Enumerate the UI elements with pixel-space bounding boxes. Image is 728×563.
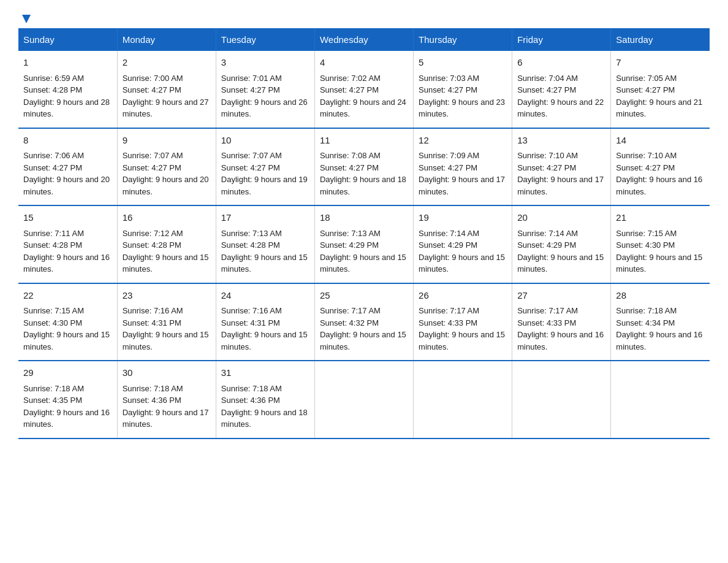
day-number: 7 [616, 56, 705, 70]
day-info: Sunrise: 7:01 AM Sunset: 4:27 PM Dayligh… [221, 72, 309, 120]
day-info: Sunrise: 7:18 AM Sunset: 4:36 PM Dayligh… [123, 383, 211, 431]
logo [18, 12, 33, 22]
day-info: Sunrise: 7:13 AM Sunset: 4:29 PM Dayligh… [320, 228, 408, 275]
calendar-header-cell: Tuesday [216, 28, 314, 51]
day-info: Sunrise: 7:08 AM Sunset: 4:27 PM Dayligh… [320, 150, 408, 197]
calendar-day-cell: 14 Sunrise: 7:10 AM Sunset: 4:27 PM Dayl… [611, 128, 710, 206]
calendar-day-cell: 3 Sunrise: 7:01 AM Sunset: 4:27 PM Dayli… [216, 51, 314, 128]
day-info: Sunrise: 7:12 AM Sunset: 4:28 PM Dayligh… [123, 228, 211, 275]
day-number: 13 [517, 134, 605, 148]
day-info: Sunrise: 7:18 AM Sunset: 4:34 PM Dayligh… [616, 305, 705, 353]
day-info: Sunrise: 7:18 AM Sunset: 4:36 PM Dayligh… [221, 383, 309, 431]
calendar-day-cell: 10 Sunrise: 7:07 AM Sunset: 4:27 PM Dayl… [216, 128, 314, 206]
page-header [18, 12, 710, 22]
calendar-day-cell: 23 Sunrise: 7:16 AM Sunset: 4:31 PM Dayl… [117, 283, 216, 361]
calendar-day-cell: 27 Sunrise: 7:17 AM Sunset: 4:33 PM Dayl… [512, 283, 611, 361]
day-info: Sunrise: 6:59 AM Sunset: 4:28 PM Dayligh… [23, 72, 112, 120]
calendar-day-cell: 7 Sunrise: 7:05 AM Sunset: 4:27 PM Dayli… [611, 51, 710, 128]
calendar-week-row: 29 Sunrise: 7:18 AM Sunset: 4:35 PM Dayl… [18, 361, 710, 439]
day-number: 19 [419, 211, 507, 225]
calendar-week-row: 1 Sunrise: 6:59 AM Sunset: 4:28 PM Dayli… [18, 51, 710, 128]
day-number: 1 [23, 56, 112, 70]
svg-marker-0 [22, 15, 31, 23]
calendar-week-row: 15 Sunrise: 7:11 AM Sunset: 4:28 PM Dayl… [18, 205, 710, 283]
calendar-day-cell: 24 Sunrise: 7:16 AM Sunset: 4:31 PM Dayl… [216, 283, 314, 361]
calendar-day-cell: 1 Sunrise: 6:59 AM Sunset: 4:28 PM Dayli… [18, 51, 117, 128]
calendar-day-cell: 30 Sunrise: 7:18 AM Sunset: 4:36 PM Dayl… [117, 361, 216, 439]
calendar-body: 1 Sunrise: 6:59 AM Sunset: 4:28 PM Dayli… [18, 51, 710, 439]
day-info: Sunrise: 7:17 AM Sunset: 4:33 PM Dayligh… [419, 305, 507, 353]
calendar-day-cell: 16 Sunrise: 7:12 AM Sunset: 4:28 PM Dayl… [117, 205, 216, 283]
day-number: 25 [320, 289, 408, 303]
day-number: 22 [23, 289, 112, 303]
day-number: 24 [221, 289, 309, 303]
day-number: 12 [419, 134, 507, 148]
day-info: Sunrise: 7:17 AM Sunset: 4:32 PM Dayligh… [320, 305, 408, 353]
day-number: 26 [419, 289, 507, 303]
calendar-table: SundayMondayTuesdayWednesdayThursdayFrid… [18, 28, 710, 439]
calendar-header-cell: Friday [512, 28, 611, 51]
day-info: Sunrise: 7:10 AM Sunset: 4:27 PM Dayligh… [616, 150, 705, 197]
calendar-day-cell: 31 Sunrise: 7:18 AM Sunset: 4:36 PM Dayl… [216, 361, 314, 439]
calendar-day-cell: 9 Sunrise: 7:07 AM Sunset: 4:27 PM Dayli… [117, 128, 216, 206]
day-number: 18 [320, 211, 408, 225]
calendar-day-cell: 22 Sunrise: 7:15 AM Sunset: 4:30 PM Dayl… [18, 283, 117, 361]
day-number: 5 [419, 56, 507, 70]
calendar-day-cell: 12 Sunrise: 7:09 AM Sunset: 4:27 PM Dayl… [414, 128, 512, 206]
day-info: Sunrise: 7:15 AM Sunset: 4:30 PM Dayligh… [23, 305, 112, 353]
calendar-day-cell: 11 Sunrise: 7:08 AM Sunset: 4:27 PM Dayl… [314, 128, 413, 206]
day-number: 17 [221, 211, 309, 225]
day-number: 28 [616, 289, 705, 303]
day-number: 21 [616, 211, 705, 225]
day-number: 8 [23, 134, 112, 148]
day-info: Sunrise: 7:16 AM Sunset: 4:31 PM Dayligh… [221, 305, 309, 353]
calendar-day-cell: 13 Sunrise: 7:10 AM Sunset: 4:27 PM Dayl… [512, 128, 611, 206]
day-number: 29 [23, 366, 112, 380]
calendar-day-cell: 4 Sunrise: 7:02 AM Sunset: 4:27 PM Dayli… [314, 51, 413, 128]
day-info: Sunrise: 7:10 AM Sunset: 4:27 PM Dayligh… [517, 150, 605, 197]
calendar-day-cell [512, 361, 611, 439]
calendar-day-cell [314, 361, 413, 439]
day-number: 14 [616, 134, 705, 148]
calendar-day-cell: 15 Sunrise: 7:11 AM Sunset: 4:28 PM Dayl… [18, 205, 117, 283]
day-info: Sunrise: 7:13 AM Sunset: 4:28 PM Dayligh… [221, 228, 309, 275]
day-info: Sunrise: 7:02 AM Sunset: 4:27 PM Dayligh… [320, 72, 408, 120]
logo-triangle-icon [20, 12, 33, 26]
day-number: 16 [123, 211, 211, 225]
calendar-day-cell: 29 Sunrise: 7:18 AM Sunset: 4:35 PM Dayl… [18, 361, 117, 439]
calendar-day-cell: 17 Sunrise: 7:13 AM Sunset: 4:28 PM Dayl… [216, 205, 314, 283]
day-info: Sunrise: 7:09 AM Sunset: 4:27 PM Dayligh… [419, 150, 507, 197]
day-info: Sunrise: 7:14 AM Sunset: 4:29 PM Dayligh… [419, 228, 507, 275]
day-number: 20 [517, 211, 605, 225]
day-info: Sunrise: 7:04 AM Sunset: 4:27 PM Dayligh… [517, 72, 605, 120]
day-number: 9 [123, 134, 211, 148]
calendar-day-cell: 25 Sunrise: 7:17 AM Sunset: 4:32 PM Dayl… [314, 283, 413, 361]
day-number: 10 [221, 134, 309, 148]
calendar-day-cell: 5 Sunrise: 7:03 AM Sunset: 4:27 PM Dayli… [414, 51, 512, 128]
calendar-day-cell: 19 Sunrise: 7:14 AM Sunset: 4:29 PM Dayl… [414, 205, 512, 283]
day-info: Sunrise: 7:00 AM Sunset: 4:27 PM Dayligh… [123, 72, 211, 120]
day-number: 11 [320, 134, 408, 148]
day-info: Sunrise: 7:03 AM Sunset: 4:27 PM Dayligh… [419, 72, 507, 120]
calendar-day-cell: 28 Sunrise: 7:18 AM Sunset: 4:34 PM Dayl… [611, 283, 710, 361]
calendar-header-cell: Saturday [611, 28, 710, 51]
day-info: Sunrise: 7:11 AM Sunset: 4:28 PM Dayligh… [23, 228, 112, 275]
day-number: 4 [320, 56, 408, 70]
day-number: 31 [221, 366, 309, 380]
calendar-day-cell: 2 Sunrise: 7:00 AM Sunset: 4:27 PM Dayli… [117, 51, 216, 128]
calendar-day-cell [414, 361, 512, 439]
calendar-day-cell: 18 Sunrise: 7:13 AM Sunset: 4:29 PM Dayl… [314, 205, 413, 283]
calendar-day-cell: 21 Sunrise: 7:15 AM Sunset: 4:30 PM Dayl… [611, 205, 710, 283]
day-number: 6 [517, 56, 605, 70]
day-number: 30 [123, 366, 211, 380]
calendar-week-row: 22 Sunrise: 7:15 AM Sunset: 4:30 PM Dayl… [18, 283, 710, 361]
calendar-header-cell: Wednesday [314, 28, 413, 51]
day-number: 2 [123, 56, 211, 70]
calendar-day-cell [611, 361, 710, 439]
day-info: Sunrise: 7:15 AM Sunset: 4:30 PM Dayligh… [616, 228, 705, 275]
calendar-day-cell: 8 Sunrise: 7:06 AM Sunset: 4:27 PM Dayli… [18, 128, 117, 206]
day-info: Sunrise: 7:06 AM Sunset: 4:27 PM Dayligh… [23, 150, 112, 197]
day-info: Sunrise: 7:17 AM Sunset: 4:33 PM Dayligh… [517, 305, 605, 353]
calendar-day-cell: 20 Sunrise: 7:14 AM Sunset: 4:29 PM Dayl… [512, 205, 611, 283]
calendar-day-cell: 6 Sunrise: 7:04 AM Sunset: 4:27 PM Dayli… [512, 51, 611, 128]
